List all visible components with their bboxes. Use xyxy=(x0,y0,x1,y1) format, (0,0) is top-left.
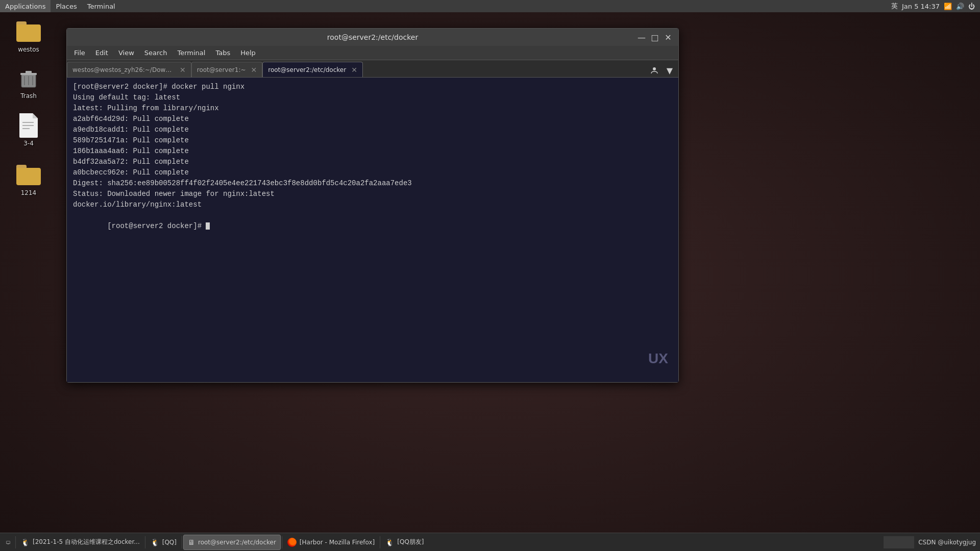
taskbar-left: 🐧 [2021-1-5 自动化运维课程之docker... 🐧 [QQ] 🖥 r… xyxy=(0,535,430,550)
power-icon: ⏻ xyxy=(968,3,975,10)
qq2-label: [QQ朋友] xyxy=(397,538,424,546)
taskbar-right: CSDN @uikotygjug xyxy=(879,536,980,548)
firefox-tb-icon xyxy=(287,538,297,547)
taskbar-sep-4 xyxy=(282,536,282,548)
terminal-line-3: a2abf6c4d29d: Pull complete xyxy=(73,114,672,124)
watermark: UX xyxy=(648,350,668,367)
qq2-icon: 🐧 xyxy=(385,538,394,546)
tabs-bar: westos@westos_zyh26:~/Downloads/qq-files… xyxy=(67,60,678,78)
top-bar: Applications Places Terminal 英 Jan 5 14:… xyxy=(0,0,980,12)
file-icon-svg xyxy=(18,113,39,138)
svg-point-9 xyxy=(653,67,656,70)
tab-dropdown-button[interactable]: ▼ xyxy=(663,64,676,77)
terminal-line-10: Status: Downloaded newer image for nginx… xyxy=(73,189,672,199)
top-bar-right: 英 Jan 5 14:37 📶 🔊 ⏻ xyxy=(891,2,980,11)
cursor xyxy=(206,222,210,230)
menu-search[interactable]: Search xyxy=(139,46,173,60)
taskbar-terminal[interactable]: 🖥 root@server2:/etc/docker xyxy=(183,535,281,550)
window-title: root@server2:/etc/docker xyxy=(327,33,418,41)
maximize-button[interactable]: □ xyxy=(649,31,661,43)
trash-label: Trash xyxy=(20,92,37,99)
terminal-line-12[interactable]: [root@server2 docker]# xyxy=(73,210,672,242)
harbor-label: [Harbor - Mozilla Firefox] xyxy=(300,539,375,546)
tab-2-label: root@server1:~ xyxy=(197,66,246,73)
volume-icon: 🔊 xyxy=(956,3,964,10)
taskbar-clock xyxy=(884,536,914,548)
qq-icon: 🐧 xyxy=(151,538,159,546)
language-indicator: 英 xyxy=(891,2,898,11)
folder-image xyxy=(16,21,41,42)
trash-icon-svg xyxy=(17,67,40,89)
title-bar: root@server2:/etc/docker — □ ✕ xyxy=(67,29,678,46)
menu-bar: File Edit View Search Terminal Tabs Help xyxy=(67,46,678,60)
prompt-text: [root@server2 docker]# xyxy=(107,222,206,230)
folder-1214-label: 1214 xyxy=(21,189,37,196)
terminal-line-7: b4df32aa5a72: Pull complete xyxy=(73,157,672,167)
taskbar-sep-3 xyxy=(182,536,182,548)
terminal-tb-label: root@server2:/etc/docker xyxy=(198,539,276,546)
tabs-right: ▼ xyxy=(646,64,678,77)
tab-1-close[interactable]: ✕ xyxy=(180,66,186,74)
qq-label: [QQ] xyxy=(162,539,177,546)
tab-2[interactable]: root@server1:~ ✕ xyxy=(191,62,263,77)
westos-label: westos xyxy=(18,46,39,53)
topbar-applications[interactable]: Applications xyxy=(0,0,51,12)
desktop-icon-westos[interactable]: westos xyxy=(8,17,49,55)
desktop-icon-file-34[interactable]: 3-4 xyxy=(8,111,49,149)
new-tab-button[interactable] xyxy=(648,64,661,77)
folder-1214-image xyxy=(16,165,41,185)
tab-1[interactable]: westos@westos_zyh26:~/Downloads/qq-files… xyxy=(67,62,191,77)
svg-rect-10 xyxy=(6,541,10,543)
terminal-line-6: 186b1aaa4aa6: Pull complete xyxy=(73,146,672,157)
svg-rect-2 xyxy=(26,71,32,73)
top-bar-left: Applications Places Terminal xyxy=(0,0,120,12)
terminal-line-4: a9edb18cadd1: Pull complete xyxy=(73,124,672,135)
file-34-label: 3-4 xyxy=(23,140,34,147)
taskbar-qq2[interactable]: 🐧 [QQ朋友] xyxy=(381,535,428,550)
datetime: Jan 5 14:37 xyxy=(902,3,940,10)
taskbar-harbor[interactable]: [Harbor - Mozilla Firefox] xyxy=(283,535,379,550)
automation-label: [2021-1-5 自动化运维课程之docker... xyxy=(33,538,140,546)
close-button[interactable]: ✕ xyxy=(662,31,674,43)
taskbar-sep-2 xyxy=(145,536,145,548)
taskbar-sep-1 xyxy=(15,536,16,548)
taskbar: 🐧 [2021-1-5 自动化运维课程之docker... 🐧 [QQ] 🖥 r… xyxy=(0,533,980,551)
menu-terminal[interactable]: Terminal xyxy=(172,46,210,60)
terminal-line-0: [root@server2 docker]# docker pull nginx xyxy=(73,82,672,92)
terminal-tb-icon: 🖥 xyxy=(188,538,195,546)
terminal-line-8: a0bcbecc962e: Pull complete xyxy=(73,167,672,178)
topbar-places[interactable]: Places xyxy=(51,0,82,12)
wifi-icon: 📶 xyxy=(944,3,952,10)
taskbar-right-text: CSDN @uikotygjug xyxy=(918,539,976,546)
topbar-terminal[interactable]: Terminal xyxy=(82,0,120,12)
terminal-line-5: 589b7251471a: Pull complete xyxy=(73,135,672,146)
minimize-button[interactable]: — xyxy=(635,31,648,43)
menu-edit[interactable]: Edit xyxy=(90,46,113,60)
terminal-line-2: latest: Pulling from library/nginx xyxy=(73,103,672,114)
taskbar-automation[interactable]: 🐧 [2021-1-5 自动化运维课程之docker... xyxy=(17,535,144,550)
terminal-content[interactable]: [root@server2 docker]# docker pull nginx… xyxy=(67,78,678,382)
terminal-line-9: Digest: sha256:ee89b00528ff4f02f2405e4ee… xyxy=(73,178,672,189)
menu-help[interactable]: Help xyxy=(235,46,261,60)
svg-rect-12 xyxy=(8,543,9,544)
terminal-line-1: Using default tag: latest xyxy=(73,92,672,103)
desktop-icon-trash[interactable]: Trash xyxy=(8,64,49,102)
terminal-line-11: docker.io/library/nginx:latest xyxy=(73,199,672,210)
title-bar-controls: — □ ✕ xyxy=(635,31,678,43)
menu-view[interactable]: View xyxy=(113,46,139,60)
tab-1-label: westos@westos_zyh26:~/Downloads/qq-files… xyxy=(72,66,175,73)
terminal-window: root@server2:/etc/docker — □ ✕ File Edit… xyxy=(66,28,679,383)
desktop: Applications Places Terminal 英 Jan 5 14:… xyxy=(0,0,980,551)
desktop-icon-folder-1214[interactable]: 1214 xyxy=(8,161,49,198)
automation-icon: 🐧 xyxy=(21,538,30,546)
tab-2-close[interactable]: ✕ xyxy=(251,66,257,74)
show-desktop-button[interactable] xyxy=(2,535,14,550)
taskbar-qq[interactable]: 🐧 [QQ] xyxy=(146,535,181,550)
person-icon xyxy=(650,66,658,74)
tab-3[interactable]: root@server2:/etc/docker ✕ xyxy=(262,62,363,77)
menu-tabs[interactable]: Tabs xyxy=(210,46,235,60)
tab-3-close[interactable]: ✕ xyxy=(351,66,357,74)
taskbar-sep-5 xyxy=(380,536,380,548)
menu-file[interactable]: File xyxy=(69,46,90,60)
tab-3-label: root@server2:/etc/docker xyxy=(268,66,346,73)
